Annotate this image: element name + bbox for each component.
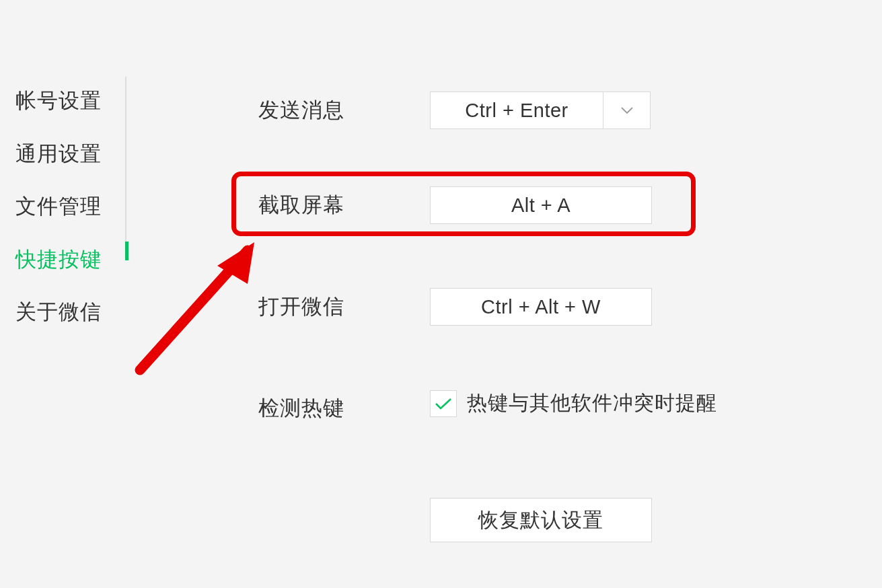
send-message-label: 发送消息 [258,96,430,124]
checkmark-icon [434,397,453,410]
send-message-value: Ctrl + Enter [430,91,603,129]
sidebar-active-indicator [125,242,128,260]
sidebar-item-general[interactable]: 通用设置 [15,131,126,184]
sidebar-item-about[interactable]: 关于微信 [15,289,126,342]
settings-content: 发送消息 Ctrl + Enter 截取屏幕 Alt + A 打开微信 Ctrl… [258,91,717,542]
detect-hotkey-label: 检测热键 [258,394,430,422]
screenshot-row: 截取屏幕 Alt + A [258,186,717,224]
sidebar-item-files[interactable]: 文件管理 [15,183,126,236]
send-message-dropdown[interactable]: Ctrl + Enter [430,91,651,129]
restore-defaults-button[interactable]: 恢复默认设置 [430,498,652,542]
open-app-label: 打开微信 [258,293,430,321]
screenshot-label: 截取屏幕 [258,191,430,219]
screenshot-hotkey-input[interactable]: Alt + A [430,186,652,224]
open-app-row: 打开微信 Ctrl + Alt + W [258,288,717,326]
send-message-row: 发送消息 Ctrl + Enter [258,91,717,129]
sidebar-item-account[interactable]: 帐号设置 [15,77,126,131]
annotation-arrow-icon [133,235,268,377]
hotkey-conflict-checkbox[interactable] [430,390,457,417]
sidebar-divider [125,77,126,258]
open-app-hotkey-input[interactable]: Ctrl + Alt + W [430,288,652,326]
detect-hotkey-row: 检测热键 热键与其他软件冲突时提醒 [258,390,717,427]
chevron-down-icon[interactable] [603,91,651,129]
hotkey-conflict-label: 热键与其他软件冲突时提醒 [467,390,717,417]
sidebar-item-shortcuts[interactable]: 快捷按键 [15,236,126,289]
detect-hotkey-checkbox-group: 热键与其他软件冲突时提醒 [430,390,717,417]
settings-sidebar: 帐号设置 通用设置 文件管理 快捷按键 关于微信 [15,77,126,342]
restore-row: 恢复默认设置 [430,498,717,542]
